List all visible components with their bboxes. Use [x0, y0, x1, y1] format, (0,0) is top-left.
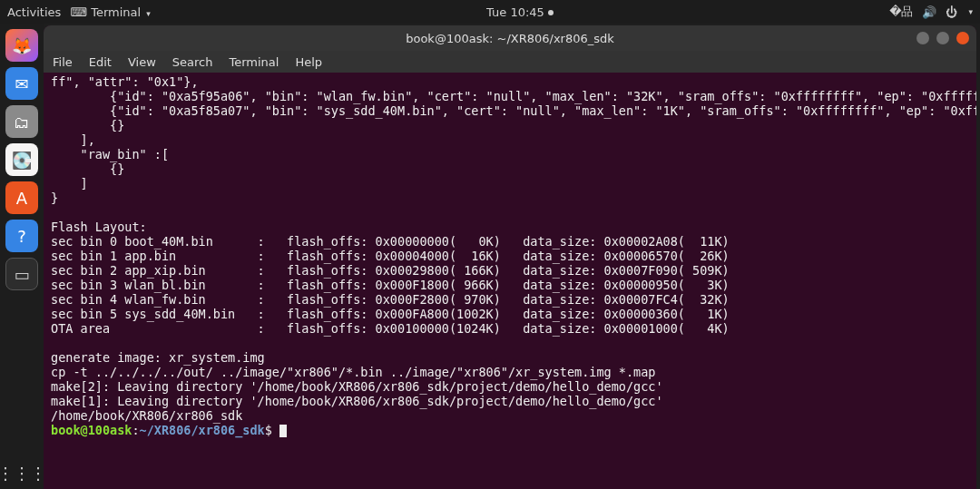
window-close-button[interactable]	[956, 32, 969, 44]
window-title: book@100ask: ~/XR806/xr806_sdk	[44, 32, 976, 45]
power-icon[interactable]: ⏻	[946, 5, 957, 19]
activities-button[interactable]: Activities	[7, 5, 61, 19]
terminal-menubar: File Edit View Search Terminal Help	[44, 51, 976, 73]
prompt-path: ~/XR806/xr806_sdk	[140, 423, 265, 437]
dock-app-terminal[interactable]: ▭	[5, 258, 38, 290]
prompt-user: book@100ask	[51, 423, 132, 437]
dock-app-thunderbird[interactable]: ✉	[5, 67, 38, 100]
prompt-end: $	[265, 423, 279, 437]
volume-icon[interactable]: 🔊	[922, 5, 936, 19]
window-minimize-button[interactable]	[916, 32, 929, 44]
app-indicator-label: Terminal	[91, 5, 141, 19]
system-menu-chevron-icon[interactable]: ▾	[968, 7, 973, 16]
dock: 🦊 ✉ 🗂 💽 A ? ▭ ⋮⋮⋮	[0, 24, 44, 489]
dock-app-software[interactable]: A	[5, 181, 38, 214]
term-flash-row: sec bin 0 boot_40M.bin : flash_offs: 0x0…	[51, 234, 730, 249]
term-flash-row: sec bin 1 app.bin : flash_offs: 0x000040…	[51, 249, 730, 263]
term-json-tail: ff", "attr": "0x1"}, {"id": "0xa5f95a06"…	[51, 74, 976, 205]
terminal-window: book@100ask: ~/XR806/xr806_sdk File Edit…	[44, 25, 976, 489]
term-flash-row: sec bin 5 sys_sdd_40M.bin : flash_offs: …	[51, 307, 730, 321]
gnome-topbar: Activities ⌨ Terminal ▾ Tue 10:45 �品 🔊 ⏻…	[0, 0, 980, 24]
term-generate-image: generate image: xr_system.img	[51, 350, 265, 365]
dock-show-apps[interactable]: ⋮⋮⋮	[5, 456, 38, 489]
dock-app-disks[interactable]: 💽	[5, 143, 38, 176]
network-icon[interactable]: �品	[889, 4, 913, 20]
menu-search[interactable]: Search	[172, 55, 213, 69]
term-cp-line: cp -t ../../../../out/ ../image/"xr806"/…	[51, 365, 655, 379]
clock-label: Tue 10:45	[486, 5, 544, 19]
app-indicator[interactable]: ⌨ Terminal ▾	[70, 5, 151, 19]
cursor-icon	[279, 425, 287, 437]
term-flash-header: Flash Layout:	[51, 220, 147, 234]
dock-app-help[interactable]: ?	[5, 220, 38, 252]
prompt-sep: :	[132, 423, 139, 437]
menu-view[interactable]: View	[128, 55, 156, 69]
term-pwd: /home/book/XR806/xr806_sdk	[51, 408, 242, 423]
menu-edit[interactable]: Edit	[89, 55, 112, 69]
term-make2: make[2]: Leaving directory '/home/book/X…	[51, 379, 663, 394]
dock-app-firefox[interactable]: 🦊	[5, 29, 38, 62]
term-flash-row: sec bin 2 app_xip.bin : flash_offs: 0x00…	[51, 263, 730, 278]
clock[interactable]: Tue 10:45	[151, 5, 889, 19]
term-flash-row: sec bin 3 wlan_bl.bin : flash_offs: 0x00…	[51, 278, 730, 292]
dock-app-files[interactable]: 🗂	[5, 105, 38, 138]
term-flash-row: sec bin 4 wlan_fw.bin : flash_offs: 0x00…	[51, 292, 730, 307]
menu-terminal[interactable]: Terminal	[229, 55, 279, 69]
window-titlebar[interactable]: book@100ask: ~/XR806/xr806_sdk	[44, 25, 976, 51]
terminal-icon: ⌨	[70, 5, 87, 19]
menu-help[interactable]: Help	[295, 55, 322, 69]
term-flash-row: OTA area : flash_offs: 0x00100000(1024K)…	[51, 321, 730, 336]
menu-file[interactable]: File	[53, 55, 73, 69]
terminal-viewport[interactable]: ff", "attr": "0x1"}, {"id": "0xa5f95a06"…	[44, 73, 976, 489]
notification-dot-icon	[548, 10, 554, 15]
term-make1: make[1]: Leaving directory '/home/book/X…	[51, 394, 663, 408]
window-maximize-button[interactable]	[936, 32, 949, 44]
